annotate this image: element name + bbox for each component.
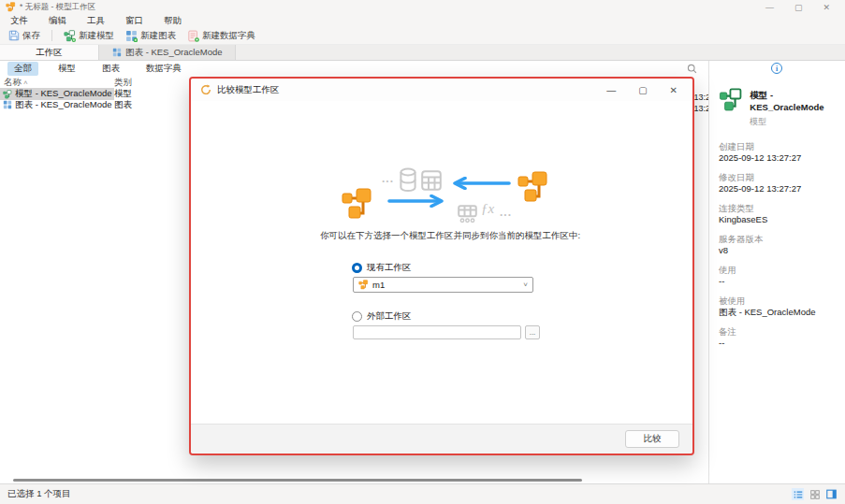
- function-icon: ƒx: [481, 201, 494, 217]
- dialog-titlebar: 比较模型工作区 — ▢ ✕: [191, 79, 692, 101]
- card-view-button[interactable]: [809, 488, 821, 500]
- details-subtitle: 模型: [750, 116, 838, 128]
- dialog-title: 比较模型工作区: [217, 84, 280, 96]
- maximize-button[interactable]: ▢: [794, 3, 803, 12]
- save-label: 保存: [22, 30, 40, 42]
- toolbar: 保存 新建模型 新建图表 新建数据字典: [0, 27, 845, 45]
- dropdown-selected-value: m1: [372, 280, 385, 290]
- compare-workspace-dialog: 比较模型工作区 — ▢ ✕ ... ƒx ... 你可以在下方选择一个模型工作区…: [189, 77, 694, 455]
- external-workspace-radio[interactable]: 外部工作区: [352, 310, 412, 323]
- filter-model[interactable]: 模型: [51, 62, 82, 76]
- selection-status: 已选择 1 个项目: [7, 488, 71, 500]
- info-icon[interactable]: i: [771, 63, 782, 74]
- filterbar: 全部 模型 图表 数据字典: [0, 61, 708, 77]
- menu-file[interactable]: 文件: [0, 15, 38, 27]
- field-label: 使用: [719, 265, 838, 276]
- filter-diagram[interactable]: 图表: [95, 62, 126, 76]
- row-type: 图表: [114, 99, 132, 111]
- menu-tools[interactable]: 工具: [77, 15, 115, 27]
- field-value: KingbaseES: [719, 214, 838, 225]
- minimize-button[interactable]: —: [765, 3, 774, 12]
- tab-diagram[interactable]: 图表 - KES_OracleMode: [98, 45, 236, 60]
- list-view-button[interactable]: [792, 488, 804, 500]
- external-workspace-input[interactable]: [353, 325, 521, 339]
- tab-workspace[interactable]: 工作区: [0, 45, 98, 60]
- titlebar: * 无标题 - 模型工作区 — ▢ ✕: [0, 0, 845, 14]
- field-label: 服务器版本: [719, 234, 838, 245]
- horizontal-scrollbar[interactable]: [13, 479, 582, 482]
- new-dict-icon: [187, 30, 199, 42]
- sort-ascending-icon: ˄: [23, 79, 28, 87]
- browse-button[interactable]: ...: [525, 325, 540, 339]
- field-label: 连接类型: [719, 203, 838, 214]
- field-value: --: [719, 338, 838, 349]
- existing-workspace-radio[interactable]: 现有工作区: [352, 262, 412, 274]
- radio-unchecked-icon[interactable]: [352, 311, 362, 322]
- close-button[interactable]: ✕: [823, 3, 830, 12]
- menu-edit[interactable]: 编辑: [38, 15, 77, 27]
- column-name[interactable]: 名称: [4, 77, 22, 89]
- field-label: 备注: [719, 326, 838, 338]
- tab-diagram-label: 图表 - KES_OracleMode: [125, 47, 222, 59]
- diagram-icon: [3, 100, 12, 109]
- field-value: 2025-09-12 13:27:27: [719, 152, 838, 164]
- radio-checked-icon[interactable]: [352, 263, 362, 273]
- field-label: 创建日期: [719, 141, 838, 152]
- dialog-footer: 比较: [191, 424, 692, 454]
- statusbar: 已选择 1 个项目: [0, 483, 845, 504]
- new-model-icon: [64, 30, 76, 42]
- workspace-dropdown[interactable]: m1 ˅: [353, 277, 533, 293]
- card-view-icon: [810, 490, 820, 499]
- column-type[interactable]: 类别: [114, 77, 132, 89]
- filter-all[interactable]: 全部: [7, 62, 38, 76]
- field-label: 被使用: [719, 295, 838, 307]
- field-value: v8: [719, 245, 838, 256]
- menubar: 文件 编辑 工具 窗口 帮助: [0, 14, 845, 27]
- tabbar: 工作区 图表 - KES_OracleMode: [0, 45, 845, 61]
- remote-model-icon: [517, 170, 550, 204]
- new-dict-button[interactable]: 新建数据字典: [183, 28, 259, 44]
- chevron-down-icon: ˅: [523, 281, 528, 289]
- new-model-button[interactable]: 新建模型: [60, 28, 118, 44]
- details-panel: i 模型 - KES_OracleMode 模型 创建日期2025-09-12 …: [708, 61, 845, 483]
- new-diagram-label: 新建图表: [140, 30, 176, 42]
- model-icon-large: [719, 85, 743, 115]
- compare-workspace-icon: [200, 84, 211, 95]
- filter-dict[interactable]: 数据字典: [139, 62, 188, 76]
- model-icon-small: [358, 280, 369, 290]
- dialog-maximize-button[interactable]: ▢: [638, 85, 647, 95]
- details-title: 模型 - KES_OracleMode: [750, 90, 838, 112]
- save-button[interactable]: 保存: [5, 28, 44, 44]
- field-value: 图表 - KES_OracleMode: [719, 307, 838, 318]
- ellipsis-decoration: ...: [500, 206, 512, 219]
- detail-panel-toggle[interactable]: [825, 488, 838, 500]
- new-diagram-icon: [125, 30, 138, 42]
- existing-workspace-label: 现有工作区: [367, 262, 412, 274]
- ellipsis-decoration: ...: [382, 172, 394, 185]
- field-value: --: [719, 276, 838, 287]
- save-icon: [8, 30, 20, 41]
- menu-help[interactable]: 帮助: [153, 15, 192, 27]
- new-model-label: 新建模型: [79, 30, 114, 42]
- field-label: 修改日期: [719, 172, 838, 183]
- compare-button[interactable]: 比较: [625, 430, 679, 448]
- dialog-body: ... ƒx ... 你可以在下方选择一个模型工作区并同步到你当前的模型工作区中…: [191, 101, 692, 424]
- dialog-minimize-button[interactable]: —: [606, 85, 616, 95]
- model-icon: [3, 90, 12, 99]
- local-model-icon: [341, 187, 374, 221]
- menu-window[interactable]: 窗口: [115, 15, 153, 27]
- field-value: 2025-09-12 13:27:27: [719, 183, 838, 194]
- external-workspace-label: 外部工作区: [367, 310, 412, 323]
- dialog-close-button[interactable]: ✕: [670, 85, 677, 95]
- tab-workspace-label: 工作区: [36, 47, 63, 59]
- detail-panel-icon: [826, 489, 837, 499]
- database-icon: [399, 167, 417, 193]
- new-diagram-button[interactable]: 新建图表: [122, 28, 180, 44]
- search-icon[interactable]: [687, 64, 697, 74]
- arrow-right-icon: [387, 194, 445, 208]
- diagram-tab-icon: [112, 48, 122, 57]
- dialog-description: 你可以在下方选择一个模型工作区并同步到你当前的模型工作区中:: [320, 230, 580, 242]
- toolbar-separator: [51, 30, 52, 41]
- list-view-icon: [794, 490, 803, 499]
- table-grid-icon: [421, 170, 442, 191]
